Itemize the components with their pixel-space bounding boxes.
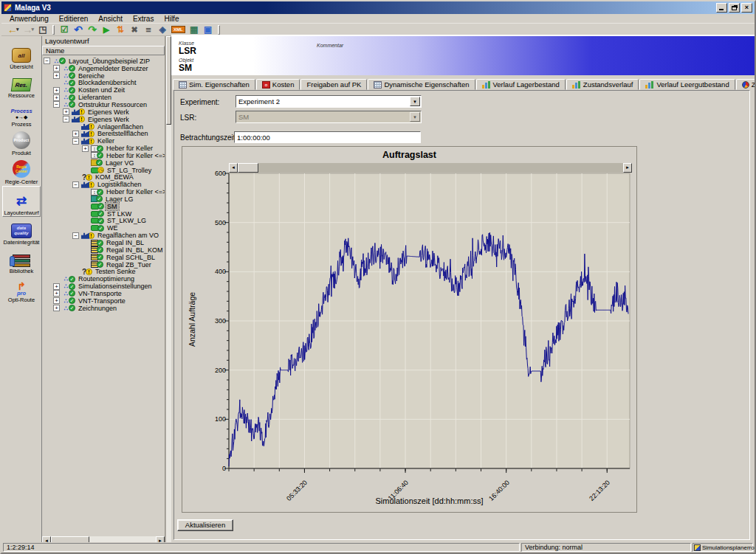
sidebar-item-datenintegrität[interactable]: dataqualityDatenintegrität [2,218,41,246]
tree-vscroll-thumb[interactable] [166,36,171,125]
tree-row[interactable]: +∴✓Simulationseinstellungen [42,283,165,290]
menu-item-ansicht[interactable]: Ansicht [93,15,128,23]
undo-icon[interactable]: ↶ [72,24,85,35]
tab-freigaben-auf-pk[interactable]: Freigaben auf PK [300,79,367,90]
expand-icon[interactable]: + [53,87,60,94]
run-simulation-icon[interactable]: ▶ [100,24,113,35]
expand-icon[interactable]: + [53,72,60,79]
tree-row[interactable]: ↕✓Heber für Keller <=> [42,188,165,195]
sidebar-item-ressource[interactable]: Res.Ressource [2,71,41,99]
tree-row[interactable]: −!Logistikflächen [42,181,165,188]
tree-column-header[interactable]: Name [42,46,165,55]
tab-kosten[interactable]: ¤Kosten [256,79,300,90]
tree-row[interactable]: ✓WE [42,224,165,232]
redo-icon[interactable]: ↷ [86,24,99,35]
tree-row[interactable]: +∴✓VN-Transporte [42,290,165,297]
tab-sim-eigenschaften[interactable]: Sim. Eigenschaften [173,79,255,90]
sidebar-item-layoutentwurf[interactable]: ⇄Layoutentwurf [2,186,41,217]
tree-row[interactable]: ✓Regal IN_BL [42,239,165,246]
menu-item-editieren[interactable]: Editieren [54,15,93,23]
tree-row[interactable]: ✓Lager VG [42,159,165,167]
period-input[interactable] [234,131,421,143]
tree-row[interactable]: −!Regalflächen am VO [42,232,165,239]
window-layout-icon[interactable]: ▣ [202,24,215,35]
tab-verlauf-lagerbestand[interactable]: Verlauf Lagerbestand [476,79,566,90]
tree-row[interactable]: ✓Regal IN_BL_KOM [42,246,165,254]
tab-zustandsverteilung[interactable]: Zustandsverteilung [736,79,756,90]
tree-row[interactable]: ∴✓Blockadenübersicht [42,80,165,87]
sidebar-item-opti-route[interactable]: ↱proOpti-Route [2,275,41,303]
tree-row[interactable]: ↕✓Heber für Keller <=> [42,152,165,159]
tree-row[interactable]: ◷ST_LG_Trolley [42,167,165,174]
menu-item-extras[interactable]: Extras [128,15,159,23]
expand-icon[interactable]: + [72,131,79,137]
expand-icon[interactable]: + [53,297,60,304]
tab-dynamische-eigenschaften[interactable]: Dynamische Eigenschaften [368,79,475,90]
menu-bar: AnwendungEditierenAnsichtExtrasHilfe [1,14,755,24]
charts-icon[interactable]: ▦ [188,24,201,35]
tree-row[interactable]: +∴✓Lieferanten [42,94,165,101]
expand-icon[interactable]: + [53,65,60,72]
tree-row[interactable]: +!Eigenes Werk [42,108,165,116]
tree-row[interactable]: −!Eigenes Werk [42,116,165,123]
fit-view-icon[interactable]: ◳ [36,24,49,35]
expand-icon[interactable]: + [82,145,89,152]
package-icon[interactable]: ◈ [156,24,169,35]
tree-row[interactable]: ✓Lager LG [42,195,165,203]
expand-icon[interactable]: + [53,305,60,311]
tree-row[interactable]: ?!Testen Senke [42,268,165,275]
y-axis-label: Anzahl Aufträge [188,246,196,393]
menu-item-anwendung[interactable]: Anwendung [4,15,54,23]
tree-row[interactable]: ✓ST LKW [42,210,165,218]
menu-item-hilfe[interactable]: Hilfe [159,15,184,23]
minimize-button[interactable] [716,3,727,13]
close-button[interactable]: × [741,3,752,13]
tree-row[interactable]: ✓Regal SCHL_BL [42,254,165,261]
xml-export-icon[interactable]: XML [170,24,187,35]
tree-vertical-scrollbar[interactable] [165,36,171,545]
list-view-icon[interactable]: ≡ [142,24,155,35]
tree-row[interactable]: −!Keller [42,137,165,145]
tree-row[interactable]: +↕✓Heber für Keller [42,145,165,152]
refresh-button[interactable]: Aktualisieren [177,519,233,531]
expand-icon[interactable]: + [53,290,60,297]
restore-button[interactable] [729,3,740,13]
collapse-icon[interactable]: − [53,101,60,108]
tree-row[interactable]: ✓SM [42,203,165,210]
tree-row[interactable]: !Anlagenflächen [42,123,165,131]
sidebar-item-regie-center[interactable]: RegieCenterRegie-Center [2,157,41,185]
tab-verlauf-leergutbestand[interactable]: Verlauf Leergutbestand [639,79,735,90]
tree-row[interactable]: +∴✓Zeichnungen [42,305,165,312]
tree-row[interactable]: ✓ST_LKW_LG [42,218,165,225]
chevron-down-icon[interactable]: ▼ [410,97,420,106]
tree-row[interactable]: +∴✓Kosten und Zeit [42,86,165,94]
tab-zustandsverlauf[interactable]: Zustandsverlauf [566,79,639,90]
delete-icon[interactable]: ✖ [128,24,141,35]
sidebar-item-bibliothek[interactable]: Bibliothek [2,246,41,274]
lsr-combobox[interactable]: SM ▼ [236,111,422,123]
collapse-icon[interactable]: − [72,232,79,239]
expand-icon[interactable]: + [63,108,69,115]
tree-row[interactable]: ∴✓Routenoptimierung [42,275,165,283]
tree-row[interactable]: +∴✓Angemeldeter Benutzer [42,65,165,72]
tree-row[interactable]: −∴✓Ortstruktur Ressourcen [42,101,165,108]
tree-row[interactable]: +∴✓VNT-Transporte [42,297,165,305]
collapse-icon[interactable]: − [72,138,79,145]
collapse-icon[interactable]: − [72,181,79,188]
material-flow-icon[interactable]: ⇅ [114,24,127,35]
collapse-icon[interactable]: − [44,58,50,64]
tree-row[interactable]: +∴✓Bereiche [42,72,165,80]
tree-row[interactable]: ?!KOM_BEWA [42,174,165,181]
tree-row[interactable]: +!Bereitstellflächen [42,130,165,137]
apply-icon[interactable]: ☑ [58,24,71,35]
sidebar-item-prozess[interactable]: Process●→◆Prozess [2,100,41,128]
back-icon[interactable]: ←▾ [6,24,21,35]
sidebar-item-produkt[interactable]: ProductProdukt [2,128,41,156]
tree-row[interactable]: −∴✓Layout_Übungsbeispiel ZIP [42,58,165,65]
sidebar-item-übersicht[interactable]: allÜbersicht [2,42,41,70]
expand-icon[interactable]: + [53,94,60,101]
expand-icon[interactable]: + [53,283,60,290]
experiment-combobox[interactable]: Experiment 2 ▼ [236,95,422,108]
tree-row[interactable]: ✓Regal ZB_Tuer [42,261,165,269]
collapse-icon[interactable]: − [63,116,69,122]
